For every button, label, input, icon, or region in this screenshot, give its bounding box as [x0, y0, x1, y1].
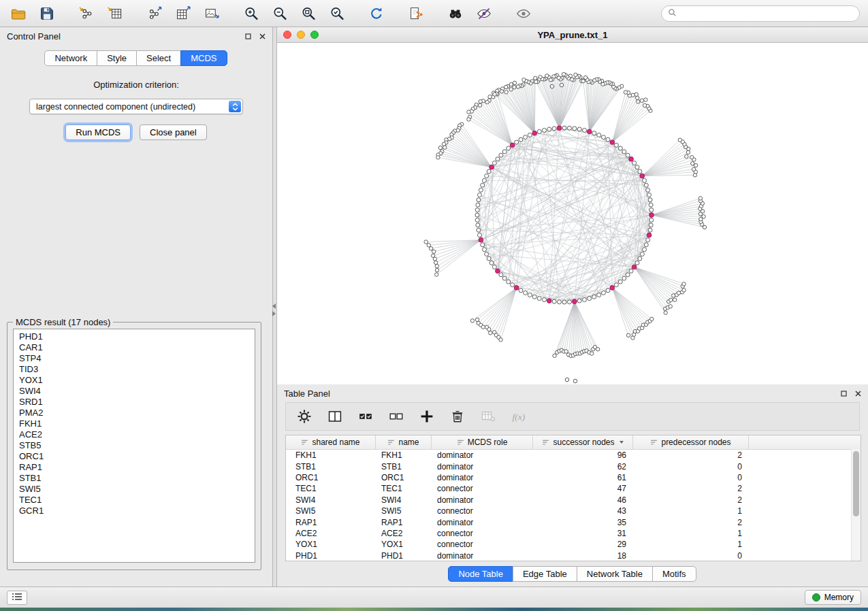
import-table-button[interactable] — [105, 3, 125, 24]
mcds-list-item[interactable]: TEC1 — [14, 495, 255, 506]
table-tab-motifs[interactable]: Motifs — [652, 566, 696, 582]
zoom-out-button[interactable] — [270, 3, 290, 24]
column-header-successor-nodes[interactable]: successor nodes — [533, 435, 633, 449]
network-window-titlebar: YPA_prune.txt_1 — [277, 27, 868, 43]
find-network-button[interactable] — [445, 3, 466, 24]
table-scrollbar[interactable] — [851, 449, 861, 561]
column-header-name[interactable]: name — [376, 435, 432, 449]
column-settings-button[interactable] — [294, 406, 315, 427]
collapse-left-icon[interactable] — [272, 303, 276, 309]
export-table-button[interactable] — [173, 3, 193, 24]
mcds-list-item[interactable]: SWI4 — [14, 386, 255, 397]
network-window-title: YPA_prune.txt_1 — [537, 30, 607, 40]
export-image-button[interactable] — [202, 3, 222, 24]
tab-network[interactable]: Network — [44, 50, 97, 66]
table-row[interactable]: STB1STB1dominator620 — [286, 461, 861, 472]
delete-column-button[interactable] — [447, 406, 468, 427]
mcds-list-item[interactable]: PMA2 — [14, 408, 255, 418]
deselect-all-rows-button[interactable] — [386, 406, 406, 427]
table-cell: 96 — [533, 450, 633, 460]
table-row[interactable]: SWI5SWI5connector431 — [286, 506, 861, 516]
open-session-button[interactable] — [8, 3, 29, 24]
table-cell: 0 — [633, 462, 749, 472]
close-window-icon[interactable] — [283, 31, 291, 39]
run-mcds-button[interactable]: Run MCDS — [65, 125, 131, 140]
maximize-window-icon[interactable] — [310, 31, 319, 39]
mcds-list-item[interactable]: SWI5 — [14, 484, 255, 495]
save-session-button[interactable] — [37, 3, 57, 24]
search-input[interactable] — [681, 8, 853, 19]
table-scrollbar-thumb[interactable] — [853, 451, 859, 516]
float-table-panel-icon[interactable] — [841, 391, 847, 397]
column-header-predecessor-nodes[interactable]: predecessor nodes — [633, 435, 749, 449]
mcds-result-list[interactable]: PHD1CAR1STP4TID3YOX1SWI4SRD1PMA2FKH1ACE2… — [13, 329, 255, 563]
refresh-network-button[interactable] — [366, 3, 387, 24]
search-box[interactable] — [661, 5, 860, 22]
network-canvas[interactable] — [277, 43, 868, 384]
table-cell: YOX1 — [286, 540, 376, 549]
share-network-button[interactable] — [406, 3, 426, 24]
mcds-list-item[interactable]: STB1 — [14, 473, 255, 484]
splitter-collapse-icons[interactable] — [272, 303, 276, 316]
close-panel-icon[interactable] — [259, 33, 266, 39]
panel-splitter[interactable] — [272, 27, 277, 587]
zoom-in-button[interactable] — [241, 3, 261, 24]
tab-style[interactable]: Style — [97, 50, 137, 66]
show-graphics-details-button[interactable] — [513, 3, 534, 24]
table-tab-node-table[interactable]: Node Table — [448, 566, 513, 582]
mcds-list-item[interactable]: ORC1 — [14, 451, 255, 462]
zoom-selected-icon — [329, 5, 345, 22]
zoom-selected-button[interactable] — [327, 3, 347, 24]
add-column-button[interactable] — [417, 406, 437, 427]
tab-mcds[interactable]: MCDS — [180, 50, 227, 66]
table-row[interactable]: ACE2ACE2connector311 — [286, 528, 861, 539]
memory-button[interactable]: Memory — [805, 590, 861, 605]
memory-label: Memory — [824, 593, 854, 602]
table-cell: 62 — [533, 462, 633, 472]
tab-select[interactable]: Select — [136, 50, 181, 66]
close-panel-button[interactable]: Close panel — [140, 125, 207, 140]
table-cell: SWI4 — [286, 495, 376, 505]
open-session-icon — [10, 5, 27, 22]
window-controls — [283, 31, 319, 39]
mcds-list-item[interactable]: RAP1 — [14, 462, 255, 473]
mcds-list-item[interactable]: STB5 — [14, 440, 255, 451]
collapse-right-icon[interactable] — [272, 311, 276, 316]
table-row[interactable]: FKH1FKH1dominator962 — [286, 450, 861, 461]
mcds-list-item[interactable]: FKH1 — [14, 418, 255, 429]
criterion-select[interactable]: largest connected component (undirected) — [29, 99, 243, 114]
mcds-list-item[interactable]: GCR1 — [14, 506, 255, 516]
close-table-panel-icon[interactable] — [855, 391, 861, 397]
filter-hide-button[interactable] — [474, 3, 494, 24]
minimize-window-icon[interactable] — [297, 31, 305, 39]
table-row[interactable]: SWI4SWI4dominator462 — [286, 495, 861, 506]
task-history-button[interactable] — [7, 591, 27, 605]
mcds-list-item[interactable]: PHD1 — [14, 331, 255, 342]
table-row[interactable]: TEC1TEC1connector472 — [286, 483, 861, 494]
zoom-fit-button[interactable] — [298, 3, 319, 24]
table-row[interactable]: YOX1YOX1connector291 — [286, 539, 861, 550]
mcds-list-item[interactable]: SRD1 — [14, 397, 255, 408]
column-header-MCDS-role[interactable]: MCDS role — [432, 435, 533, 449]
export-network-button[interactable] — [144, 3, 165, 24]
mcds-list-item[interactable]: YOX1 — [14, 375, 255, 386]
table-row[interactable]: ORC1ORC1dominator610 — [286, 472, 861, 483]
import-network-button[interactable] — [76, 3, 97, 24]
float-panel-icon[interactable] — [245, 33, 251, 39]
table-tab-edge-table[interactable]: Edge Table — [513, 566, 577, 582]
mcds-list-item[interactable]: STP4 — [14, 353, 255, 364]
table-cell: SWI5 — [286, 506, 376, 516]
table-cell: SWI5 — [376, 506, 432, 516]
chevron-down-icon — [620, 441, 624, 444]
table-row[interactable]: RAP1RAP1dominator352 — [286, 516, 861, 527]
column-header-shared-name[interactable]: shared name — [286, 435, 376, 449]
split-panel-button[interactable] — [325, 406, 345, 427]
control-panel-header: Control Panel — [0, 27, 272, 45]
mcds-list-item[interactable]: CAR1 — [14, 342, 255, 353]
table-row[interactable]: PHD1PHD1dominator180 — [286, 550, 861, 561]
table-cell: dominator — [432, 551, 533, 561]
mcds-list-item[interactable]: ACE2 — [14, 429, 255, 440]
select-all-rows-button[interactable] — [355, 406, 376, 427]
table-tab-network-table[interactable]: Network Table — [577, 566, 653, 582]
mcds-list-item[interactable]: TID3 — [14, 364, 255, 375]
